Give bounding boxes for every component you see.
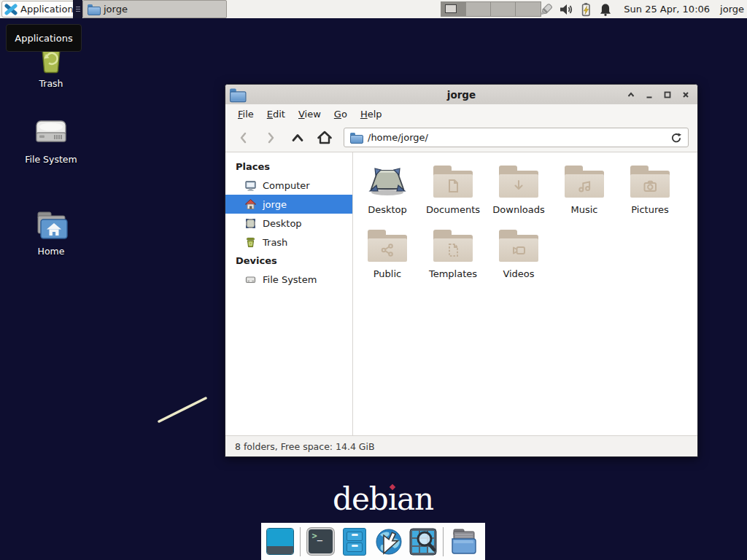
status-bar: 8 folders, Free space: 14.4 GiB — [225, 435, 697, 456]
desktop-icon — [244, 217, 257, 230]
applications-menu-label: Applications — [20, 4, 78, 15]
workspace-3[interactable] — [491, 2, 516, 16]
desktop-icon-file-system[interactable]: File System — [7, 115, 95, 165]
workspace-2[interactable] — [466, 2, 491, 16]
top-panel: Applications jorge — [0, 0, 747, 18]
file-item-downloads[interactable]: Downloads — [486, 161, 551, 215]
sidebar-item-label: File System — [263, 274, 317, 285]
maximize-button[interactable] — [658, 85, 676, 104]
home-folder-icon — [34, 210, 69, 242]
close-button[interactable] — [676, 85, 694, 104]
battery-charging-icon[interactable] — [578, 1, 593, 18]
xfce-logo-icon — [4, 3, 18, 16]
minimize-button[interactable] — [640, 85, 658, 104]
sidebar-item-label: Computer — [263, 180, 310, 191]
sidebar-item-label: Trash — [263, 237, 287, 248]
reload-button[interactable] — [670, 132, 682, 144]
folder-videos-icon — [511, 242, 527, 258]
stray-line-artifact — [155, 394, 213, 426]
file-item-videos[interactable]: Videos — [486, 225, 551, 279]
file-cabinet-icon[interactable] — [340, 527, 369, 556]
terminal-icon[interactable]: >_ — [306, 527, 335, 556]
trash-icon — [244, 236, 257, 249]
home-button[interactable] — [315, 128, 334, 147]
file-item-pictures[interactable]: Pictures — [617, 161, 683, 215]
debian-logo: debıan — [333, 481, 433, 517]
home-icon — [244, 198, 257, 211]
path-input[interactable]: /home/jorge/ — [368, 132, 665, 143]
sidebar-item-desktop[interactable]: Desktop — [225, 214, 352, 233]
dock-separator — [443, 527, 444, 556]
computer-icon — [244, 179, 257, 192]
notifications-bell-icon[interactable] — [598, 1, 613, 18]
system-tray: Sun 25 Apr, 10:06 jorge — [539, 0, 744, 18]
forward-button[interactable] — [261, 128, 280, 147]
applications-tooltip: Applications — [6, 24, 82, 52]
sidebar-item-jorge[interactable]: jorge — [225, 195, 352, 214]
toolbar: /home/jorge/ — [225, 123, 697, 152]
back-button[interactable] — [234, 128, 253, 147]
sidebar-section-places: Places — [225, 158, 352, 176]
status-text: 8 folders, Free space: 14.4 GiB — [235, 441, 375, 452]
panel-clock: Sun 25 Apr, 10:06 — [624, 4, 710, 15]
sidebar-item-computer[interactable]: Computer — [225, 176, 352, 195]
desktop-icon-label: Trash — [39, 78, 63, 89]
file-item-desktop[interactable]: Desktop — [355, 161, 420, 215]
sidebar: Places Computer — [225, 152, 353, 435]
file-item-templates[interactable]: Templates — [420, 225, 486, 279]
web-browser-icon[interactable] — [374, 527, 403, 556]
taskbar-handle[interactable] — [73, 0, 82, 18]
folder-music-icon — [576, 178, 592, 194]
folder-downloads-icon — [511, 178, 527, 194]
stylus-icon[interactable] — [539, 1, 554, 18]
file-item-music[interactable]: Music — [551, 161, 617, 215]
menu-help[interactable]: Help — [354, 106, 389, 122]
menu-file[interactable]: File — [231, 106, 260, 122]
shade-button[interactable] — [622, 85, 640, 104]
workspace-1[interactable] — [441, 2, 466, 16]
folder-public-icon — [379, 242, 395, 258]
file-item-label: Public — [374, 268, 401, 279]
application-finder-icon[interactable] — [409, 527, 438, 556]
desktop-icon-label: Home — [38, 246, 65, 257]
window-titlebar[interactable]: jorge — [225, 85, 697, 104]
sidebar-item-file-system[interactable]: File System — [225, 270, 352, 289]
menu-go[interactable]: Go — [328, 106, 354, 122]
workspace-switcher — [441, 1, 541, 17]
file-item-label: Documents — [426, 204, 480, 215]
file-item-public[interactable]: Public — [355, 225, 420, 279]
show-desktop-icon[interactable] — [266, 527, 295, 556]
desktop: Applications jorge — [0, 0, 747, 560]
sidebar-section-devices: Devices — [225, 252, 352, 270]
menu-view[interactable]: View — [292, 106, 328, 122]
folder-templates-icon — [445, 242, 461, 258]
session-username: jorge — [720, 4, 744, 15]
path-bar[interactable]: /home/jorge/ — [344, 128, 689, 147]
dock: >_ — [261, 523, 485, 560]
sidebar-item-label: Desktop — [263, 218, 302, 229]
up-button[interactable] — [288, 128, 307, 147]
volume-icon[interactable] — [559, 1, 573, 18]
desktop-icon-label: File System — [25, 154, 77, 165]
file-item-label: Templates — [429, 268, 477, 279]
workspace-window-preview — [445, 4, 457, 13]
file-item-label: Downloads — [492, 204, 544, 215]
window-body: Places Computer — [225, 152, 697, 435]
file-item-documents[interactable]: Documents — [420, 161, 486, 215]
folder-pictures-icon — [642, 178, 658, 194]
desktop-icon-home[interactable]: Home — [7, 210, 95, 257]
taskbar-window-button[interactable]: jorge — [82, 0, 227, 18]
folder-icon — [350, 133, 362, 142]
taskbar-window-label: jorge — [104, 4, 128, 15]
file-item-label: Videos — [503, 268, 534, 279]
hard-drive-icon — [244, 273, 257, 286]
file-item-label: Pictures — [631, 204, 668, 215]
folder-documents-icon — [445, 178, 461, 194]
menu-bar: File Edit View Go Help — [225, 104, 697, 123]
file-manager-icon[interactable] — [449, 527, 478, 556]
menu-edit[interactable]: Edit — [260, 106, 292, 122]
sidebar-item-trash[interactable]: Trash — [225, 233, 352, 252]
file-manager-window: jorge File Edit View Go Help — [225, 84, 698, 457]
workspace-4[interactable] — [516, 2, 541, 16]
sidebar-item-label: jorge — [263, 199, 287, 210]
